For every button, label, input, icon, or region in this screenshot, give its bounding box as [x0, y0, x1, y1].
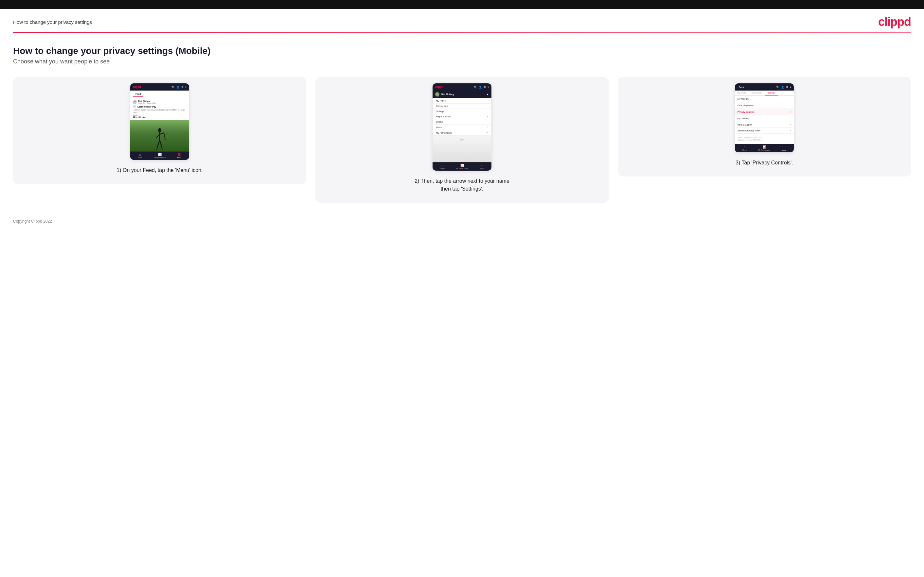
- menu-user-info: Blair McHarg: [435, 92, 454, 97]
- post-avatar: [133, 100, 137, 104]
- golfer-silhouette: [153, 128, 166, 150]
- menu-label: Menu: [177, 156, 182, 158]
- step2-menu-label: Menu: [480, 168, 484, 169]
- svg-line-3: [156, 134, 160, 138]
- step2-bottom-nav: ⌂ Home 📊 My Performance ✕ Menu: [433, 162, 491, 171]
- version-info: Clippd Client Version: 2022.8.3-3 GQL Se…: [735, 134, 794, 144]
- step-2-label: 2) Then, tap the arrow next to your name…: [413, 177, 511, 193]
- step-3-label: 3) Tap 'Privacy Controls'.: [735, 159, 793, 167]
- step2-perf-label: My Performance: [456, 168, 468, 169]
- step2-nav-performance: 📊 My Performance: [452, 163, 472, 171]
- step3-chevron-icon: ▾: [790, 85, 791, 89]
- setting-help-support: Help & Support ↗: [735, 122, 794, 128]
- menu-avatar: [435, 92, 439, 97]
- step-3-card: ‹ Back 🔍 👤 ⚙ ▾ My Profile Connections Se…: [618, 77, 911, 177]
- step3-menu-label: Menu: [782, 149, 786, 151]
- nav-performance: 📊 My Performance: [150, 152, 170, 160]
- privacy-controls-chevron-icon: ›: [790, 111, 791, 113]
- steps-container: clippd 🔍 👤 ⚙ ▾ Feed: [13, 77, 911, 203]
- help-external-icon: ↗: [790, 124, 791, 126]
- feed-tab: Feed: [133, 92, 143, 97]
- step1-bottom-nav: ⌂ Home 📊 My Performance ☰ Menu: [130, 152, 189, 160]
- duration-value: 01 hr : 30 min: [133, 116, 186, 118]
- data-integrations-label: Data Integrations: [738, 104, 754, 106]
- step1-app-bar: clippd 🔍 👤 ⚙ ▾: [130, 83, 189, 90]
- my-profile-label: My Profile: [436, 100, 446, 102]
- home-chevron-icon: ▾: [486, 126, 488, 129]
- user-icon: 👤: [176, 85, 179, 89]
- lesson-icon: [133, 105, 136, 108]
- setting-my-account: My Account ›: [735, 96, 794, 102]
- client-version: Clippd Client Version: 2022.8.3-3: [738, 136, 791, 139]
- feed-post: Blair McHarg Yesterday · Sunningdale Les…: [130, 98, 189, 120]
- my-account-label: My Account: [738, 98, 749, 100]
- home-label: Home: [138, 156, 142, 158]
- svg-line-9: [162, 147, 162, 150]
- logout-label: Logout: [436, 121, 443, 123]
- chevron2-icon: ▾: [488, 85, 489, 89]
- step-2-card: clippd 🔍 👤 ⚙ ▾ Blair McHarg: [315, 77, 609, 203]
- privacy-controls-label: Privacy Controls: [738, 111, 754, 113]
- post-date: Yesterday · Sunningdale: [138, 102, 156, 104]
- menu-connections: Connections: [433, 104, 491, 109]
- top-bar: [0, 0, 924, 9]
- home-section-label: Home: [436, 126, 442, 129]
- tab-connections: Connections: [749, 90, 765, 95]
- menu-home-section: Home ▾: [433, 124, 491, 130]
- header: How to change your privacy settings clip…: [0, 9, 924, 32]
- main-content: How to change your privacy settings (Mob…: [0, 33, 924, 213]
- close-icon: ✕: [480, 164, 483, 167]
- server-version: GQL Server Version: 2022.7.30-1: [738, 139, 791, 142]
- nav-home: ⌂ Home: [130, 152, 150, 160]
- step2-logo: clippd: [435, 85, 443, 89]
- external-icon: ↗: [486, 115, 488, 118]
- menu-performance-section: My Performance ▾: [433, 130, 491, 136]
- home-icon: ⌂: [139, 153, 141, 156]
- step3-nav-home: ⌂ Home: [735, 144, 754, 152]
- user2-icon: 👤: [479, 85, 482, 89]
- service-external-icon: ↗: [790, 129, 791, 132]
- page-subheading: Choose what you want people to see: [13, 58, 911, 65]
- step-3-phone: ‹ Back 🔍 👤 ⚙ ▾ My Profile Connections Se…: [735, 83, 794, 152]
- step3-bottom-nav: ⌂ Home 📊 My Performance ☰ Menu: [735, 144, 794, 152]
- step2-home-icon: ⌂: [441, 164, 443, 167]
- chart-icon: 📊: [158, 153, 162, 156]
- menu-logout: Logout: [433, 119, 491, 124]
- search2-icon: 🔍: [474, 85, 477, 89]
- clippd-logo: clippd: [878, 15, 911, 29]
- page-heading: How to change your privacy settings (Mob…: [13, 46, 911, 56]
- settings-label: Settings: [436, 110, 444, 113]
- back-button: ‹ Back: [738, 86, 744, 88]
- step2-nav-home: ⌂ Home: [433, 163, 452, 171]
- step2-nav-menu: ✕ Menu: [472, 163, 491, 171]
- menu-icon: ☰: [178, 153, 181, 156]
- step2-home-label: Home: [440, 168, 444, 169]
- menu-dropdown: My Profile Connections Settings Help & S…: [433, 98, 491, 162]
- setting-data-integrations: Data Integrations ›: [735, 102, 794, 109]
- data-integrations-chevron-icon: ›: [790, 104, 791, 107]
- step3-nav-menu: ☰ Menu: [774, 144, 794, 152]
- help-label: Help & Support: [436, 115, 451, 118]
- tab-my-profile: My Profile: [735, 90, 749, 95]
- header-title: How to change your privacy settings: [13, 19, 92, 25]
- performance-label: My Performance: [154, 156, 166, 158]
- step3-nav-performance: 📊 My Performance: [754, 144, 774, 152]
- chevron-down-icon: ▾: [185, 85, 186, 89]
- step-1-card: clippd 🔍 👤 ⚙ ▾ Feed: [13, 77, 306, 184]
- step2-icons: 🔍 👤 ⚙ ▾: [474, 85, 489, 89]
- step3-home-label: Home: [742, 149, 747, 151]
- step3-gear-icon: ⚙: [786, 85, 788, 89]
- setting-privacy-controls: Privacy Controls ›: [735, 109, 794, 115]
- svg-line-8: [157, 147, 157, 150]
- lesson-title: Lesson with Fordy: [137, 106, 156, 108]
- menu-settings: Settings: [433, 109, 491, 114]
- step-1-phone: clippd 🔍 👤 ⚙ ▾ Feed: [130, 83, 189, 160]
- svg-point-1: [158, 128, 161, 132]
- nav-menu: ☰ Menu: [170, 152, 189, 160]
- setting-service-privacy: Service & Privacy Policy ↗: [735, 128, 794, 134]
- user-chevron-icon: ▲: [486, 93, 489, 96]
- step1-logo: clippd: [133, 85, 141, 89]
- tab-settings: Settings: [765, 90, 778, 95]
- svg-line-5: [164, 133, 165, 140]
- menu-help: Help & Support ↗: [433, 114, 491, 119]
